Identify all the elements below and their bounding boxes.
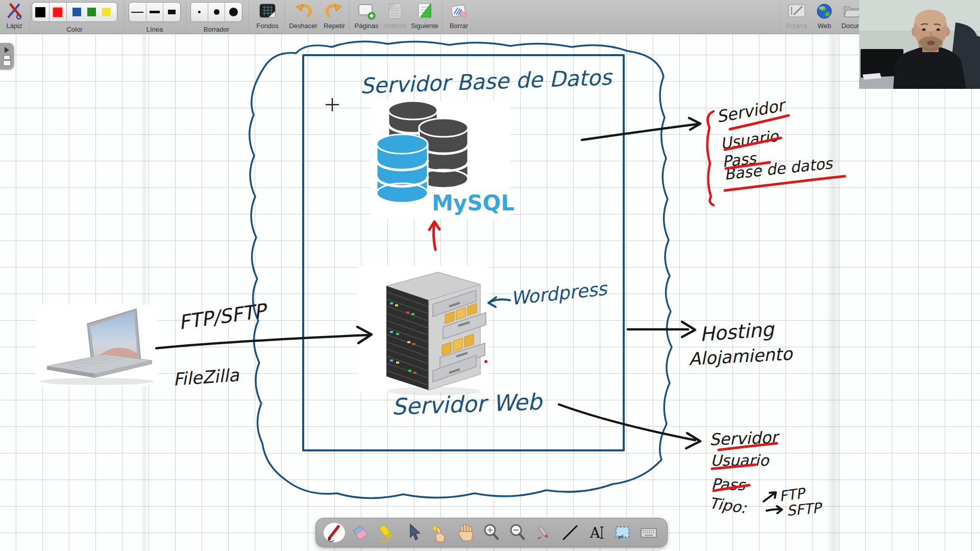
tool-zoom-in[interactable] xyxy=(480,521,503,544)
line-width-group: Línea xyxy=(129,2,181,22)
eraser-size-small[interactable] xyxy=(191,3,208,21)
tool-text[interactable]: A xyxy=(585,521,607,544)
svg-text:A: A xyxy=(590,525,600,541)
tool-pen[interactable] xyxy=(323,521,346,544)
previous-page-button[interactable]: Anterior xyxy=(381,1,409,30)
next-page-button[interactable]: Siguiente xyxy=(409,1,440,30)
line-width-thin[interactable] xyxy=(129,3,146,21)
pen-tools-button[interactable]: Lápiz xyxy=(0,1,29,30)
web-mode-label: Web xyxy=(813,22,836,30)
eraser-size-large[interactable] xyxy=(225,3,242,21)
board-mode-icon xyxy=(782,1,812,21)
tool-interact-finger[interactable] xyxy=(428,521,450,544)
undo-label: Deshacer xyxy=(287,22,320,30)
pages-stack-icon xyxy=(4,55,10,60)
tool-keyboard[interactable] xyxy=(638,521,660,544)
tool-highlighter[interactable] xyxy=(375,521,398,544)
clear-page-icon xyxy=(444,1,474,21)
next-page-label: Siguiente xyxy=(409,22,440,30)
eraser-size-group: Borrador xyxy=(190,2,242,22)
pen-tools-label: Lápiz xyxy=(0,22,29,30)
next-page-icon xyxy=(409,1,440,21)
redo-button[interactable]: Repetir xyxy=(320,1,349,30)
drawing-canvas[interactable] xyxy=(0,34,980,551)
color-swatch-yellow[interactable] xyxy=(102,8,111,16)
web-globe-icon xyxy=(813,1,836,21)
line-width-medium[interactable] xyxy=(146,3,163,21)
tool-zoom-out[interactable] xyxy=(506,521,529,544)
eraser-size-medium[interactable] xyxy=(208,3,225,21)
top-toolbar: Lápiz Color Línea Borrador xyxy=(0,0,980,34)
tool-selector[interactable] xyxy=(402,521,424,544)
clear-page-button[interactable]: Borrar xyxy=(444,1,474,30)
tool-capture[interactable]: ✂ xyxy=(611,521,634,544)
bottom-toolbar: A ✂ xyxy=(315,518,668,547)
tool-laser-pointer[interactable] xyxy=(533,521,555,544)
webcam-frame xyxy=(859,0,980,89)
backgrounds-button[interactable]: Fondos xyxy=(253,1,282,30)
color-swatch-green[interactable] xyxy=(87,8,96,16)
line-width-thick[interactable] xyxy=(163,3,180,21)
clear-page-label: Borrar xyxy=(444,22,474,30)
undo-icon xyxy=(287,1,320,21)
left-panel-tab[interactable] xyxy=(0,43,14,69)
color-swatch-red[interactable] xyxy=(49,3,66,21)
pen-tools-icon xyxy=(0,1,29,21)
previous-page-icon xyxy=(381,1,409,21)
tool-line[interactable] xyxy=(559,521,581,544)
whiteboard-app: Servidor Base de Datos xyxy=(0,0,980,551)
backgrounds-label: Fondos xyxy=(253,22,282,30)
color-swatch-blue[interactable] xyxy=(72,8,81,16)
expand-arrow-icon xyxy=(5,47,9,53)
line-group-label: Línea xyxy=(129,26,180,33)
pages-button[interactable]: Páginas xyxy=(351,1,382,30)
color-group: Color xyxy=(32,2,117,22)
board-mode-button[interactable]: Pizarra xyxy=(782,1,812,30)
redo-icon xyxy=(320,1,349,21)
eraser-group-label: Borrador xyxy=(191,26,242,33)
tool-eraser[interactable] xyxy=(349,521,372,544)
undo-button[interactable]: Deshacer xyxy=(287,1,320,30)
board-mode-label: Pizarra xyxy=(782,22,812,30)
redo-label: Repetir xyxy=(320,22,349,30)
webcam-video xyxy=(859,0,980,89)
color-group-label: Color xyxy=(32,26,117,33)
previous-page-label: Anterior xyxy=(381,22,409,30)
tool-hand[interactable] xyxy=(454,521,477,544)
color-swatch-black[interactable] xyxy=(32,3,49,21)
web-mode-button[interactable]: Web xyxy=(813,1,836,30)
pages-icon xyxy=(351,1,382,21)
backgrounds-icon xyxy=(253,1,282,21)
pages-label: Páginas xyxy=(351,22,382,30)
